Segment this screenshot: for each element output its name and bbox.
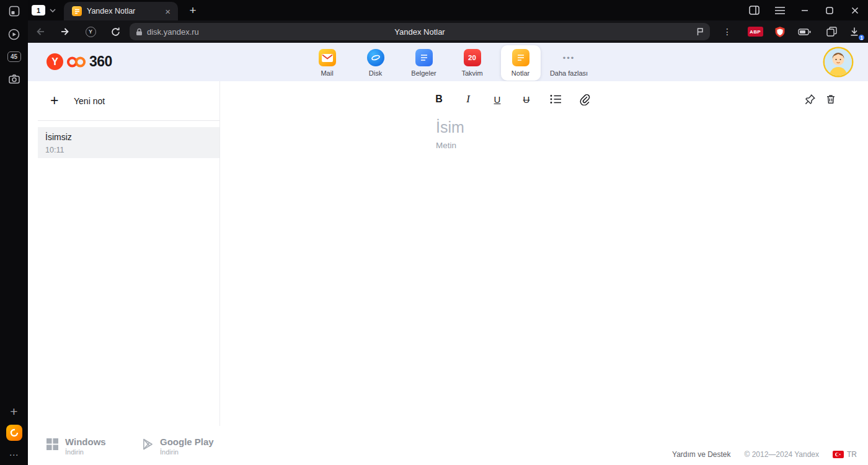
ellipsis-icon: ⋯ [9,450,19,461]
sidebar-video-icon[interactable] [0,25,28,43]
google-play-download-link[interactable]: Google Play İndirin [143,436,214,456]
side-panel-toggle-icon[interactable] [745,0,763,20]
sidebar-screenshot-icon[interactable] [0,69,28,88]
service-calendar[interactable]: 20 Takvim [453,49,492,77]
page-title: Yandex Notlar [130,27,710,37]
chevron-down-icon[interactable] [50,9,56,12]
collections-icon[interactable] [823,24,839,40]
shield-extension-icon[interactable] [772,24,788,40]
sidebar-boards-icon[interactable] [0,2,28,20]
tab-close-icon[interactable]: × [162,6,173,17]
service-mail[interactable]: Mail [308,49,347,77]
strikethrough-button[interactable]: U [518,91,535,108]
back-icon[interactable] [32,24,48,40]
user-avatar[interactable] [825,48,852,76]
address-more-icon[interactable]: ⋮ [720,24,735,40]
footer-links: Yardım ve Destek © 2012—2024 Yandex TR [672,450,857,459]
yandex360-header: Y 360 Mail Disk [28,43,868,81]
service-more[interactable]: ••• Daha fazlası [549,49,589,77]
underline-button[interactable]: U [489,91,506,108]
calendar-icon: 20 [464,49,481,66]
copyright-text: © 2012—2024 Yandex [745,450,820,459]
help-link[interactable]: Yardım ve Destek [672,450,730,459]
browser-menu-icon[interactable] [771,0,789,20]
italic-button[interactable]: I [459,91,477,108]
window-minimize-icon[interactable] [796,0,813,20]
service-disk[interactable]: Disk [356,49,396,77]
downloads-icon[interactable]: 1 [846,24,862,40]
sidebar-more-icon[interactable]: ⋯ [0,446,28,464]
note-body-input[interactable]: Metin [436,141,456,150]
documents-icon [415,49,433,66]
notes-favicon-icon [72,6,82,16]
notes-icon [512,49,529,66]
yandex-lite-icon [6,425,22,441]
browser-window: 45 + ⋯ 1 Yandex Notlar [0,0,868,465]
mail-icon [319,49,336,66]
page-footer: Windows İndirin Google Play İndirin Yard… [28,426,868,465]
sidebar-tab-counter[interactable]: 45 [0,47,28,66]
yandex360-logo[interactable]: Y 360 [46,53,112,70]
infinity-icon [66,56,86,68]
service-notes[interactable]: Notlar [501,45,541,81]
format-toolbar: B I U U [430,91,593,108]
note-list-item[interactable]: İsimsiz 10:11 [38,127,219,158]
more-dots-icon: ••• [560,49,578,66]
browser-tab[interactable]: Yandex Notlar × [64,2,178,20]
yandex-notes-page: Y 360 Mail Disk [28,43,868,465]
attach-button[interactable] [576,91,593,108]
services-nav: Mail Disk Belgeler 20 [308,49,589,77]
language-switcher[interactable]: TR [833,450,857,459]
notes-list-panel: + Yeni not İsimsiz 10:11 [38,81,220,426]
tab-group-chip[interactable]: 1 [32,5,45,16]
sidebar-add-icon[interactable]: + [0,402,28,420]
forward-icon[interactable] [57,24,73,40]
tab-title: Yandex Notlar [87,7,162,16]
bookmark-flag-icon[interactable] [696,27,704,36]
plus-icon: + [10,405,17,418]
address-bar[interactable]: disk.yandex.ru Yandex Notlar [130,23,710,40]
service-documents[interactable]: Belgeler [404,49,444,77]
notes-content: + Yeni not İsimsiz 10:11 B I U U [28,81,868,426]
new-note-button[interactable]: + Yeni not [38,81,219,121]
new-tab-button[interactable]: + [184,2,202,19]
lock-icon [136,28,143,36]
browser-sidebar: 45 + ⋯ [0,0,28,465]
tab-strip: 1 Yandex Notlar × + [28,0,868,20]
adblock-extension-icon[interactable]: ABP [747,24,763,40]
sidebar-yandex-app-icon[interactable] [0,423,28,442]
tab-count-badge: 45 [7,51,21,62]
refresh-icon[interactable] [107,24,123,40]
url-text: disk.yandex.ru [147,27,199,37]
google-play-icon [143,438,153,450]
pin-icon[interactable] [801,91,818,108]
note-actions [801,91,839,108]
list-button[interactable] [547,91,564,108]
plus-icon: + [50,94,66,108]
window-close-icon[interactable] [846,0,864,20]
window-maximize-icon[interactable] [821,0,838,20]
windows-download-link[interactable]: Windows İndirin [46,436,106,456]
yandex-y-icon: Y [46,53,63,70]
address-toolbar: Y disk.yandex.ru Yandex Notlar ⋮ ABP [28,20,868,43]
windows-icon [46,438,58,450]
note-editor: B I U U [221,81,868,426]
turkey-flag-icon [833,451,844,458]
battery-saver-icon[interactable] [796,24,812,40]
protect-icon[interactable]: Y [82,24,99,40]
browser-chrome: 1 Yandex Notlar × + [28,0,868,43]
bold-button[interactable]: B [430,91,448,108]
download-count-badge: 1 [857,33,866,42]
trash-icon[interactable] [822,91,839,108]
disk-icon [367,49,384,66]
note-title-input[interactable]: İsim [436,118,464,136]
